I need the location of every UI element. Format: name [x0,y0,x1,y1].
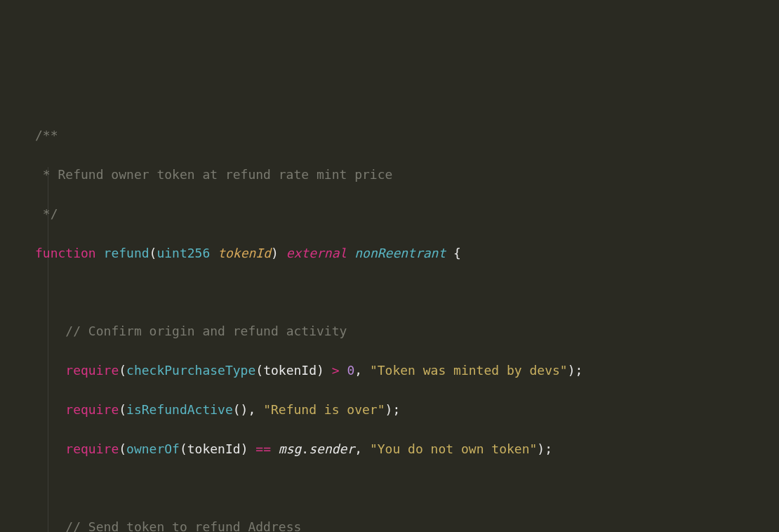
code-line [35,478,779,498]
modifier-nonreentrant: nonReentrant [354,246,446,260]
keyword-require: require [65,402,119,417]
code-line: require(isRefundActive(), "Refund is ove… [35,400,779,420]
code-line: require(checkPurchaseType(tokenId) > 0, … [35,361,779,380]
string: "Refund is over" [263,402,385,417]
paren: ); [385,402,401,417]
comment: /** [35,128,58,142]
paren: ( [149,246,157,260]
operator: > [332,363,340,378]
comment: * Refund owner token at refund rate mint… [35,167,392,182]
brace: { [446,246,461,260]
code-line: function refund(uint256 tokenId) externa… [35,244,779,263]
paren: ( [119,441,126,456]
paren: ); [568,363,583,378]
paren: ) [241,441,248,456]
keyword-require: require [65,363,119,378]
code-line: */ [35,204,779,224]
paren: ) [317,363,324,378]
function-name: refund [104,246,149,260]
paren: ( [119,363,126,378]
call: checkPurchaseType [126,363,255,378]
code-editor[interactable]: /** * Refund owner token at refund rate … [0,87,779,532]
string: "You do not own token" [370,441,537,456]
call: isRefundActive [126,402,233,417]
ident: tokenId [187,441,241,456]
operator: == [255,441,271,456]
ident: tokenId [263,363,317,378]
paren: ( [119,402,126,417]
dot: . [301,441,309,456]
param: tokenId [218,246,271,260]
code-line: /** [35,126,779,145]
comma: , [248,402,255,417]
paren: ) [271,246,279,260]
comment: */ [35,206,58,221]
call: ownerOf [126,441,180,456]
keyword-require: require [65,441,119,456]
sender: sender [309,441,354,456]
number: 0 [347,363,354,378]
comma: , [354,363,362,378]
type: uint256 [157,246,210,260]
paren: ( [255,363,263,378]
msg: msg [279,441,302,456]
code-line: // Confirm origin and refund activity [35,321,779,341]
code-line [35,282,779,302]
keyword-function: function [35,246,96,260]
string: "Token was minted by devs" [370,363,568,378]
paren: () [233,402,248,417]
comma: , [354,441,362,456]
modifier-external: external [286,246,347,260]
paren: ( [180,441,187,456]
code-line: // Send token to refund Address [35,517,779,532]
comment: // Send token to refund Address [65,519,301,532]
indent-guide [48,167,48,532]
code-line: require(ownerOf(tokenId) == msg.sender, … [35,439,779,459]
comment: // Confirm origin and refund activity [65,324,347,338]
paren: ); [537,441,552,456]
code-line: * Refund owner token at refund rate mint… [35,165,779,185]
